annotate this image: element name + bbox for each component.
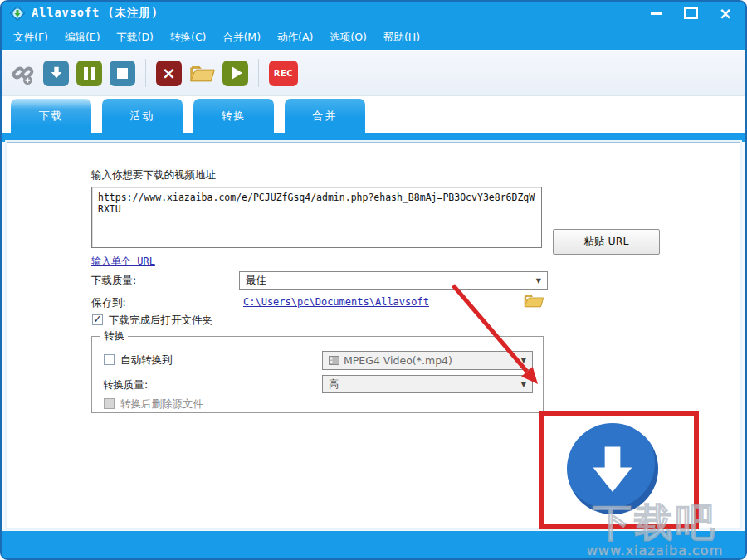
start-download-button[interactable] <box>43 61 69 86</box>
chevron-down-icon: ▼ <box>536 277 541 285</box>
download-icon <box>49 66 64 80</box>
toolbar: × REC <box>2 50 745 96</box>
window-title: Allavsoft (未注册) <box>32 6 159 21</box>
add-link-icon <box>10 60 36 86</box>
titlebar: Allavsoft (未注册) × <box>2 2 745 25</box>
play-icon <box>232 66 242 80</box>
convert-quality-label: 转换质量: <box>103 378 148 392</box>
tab-convert[interactable]: 转换 <box>193 99 274 134</box>
maximize-button[interactable] <box>682 5 699 22</box>
download-quality-label: 下载质量: <box>91 274 136 288</box>
auto-convert-label: 自动转换到 <box>120 353 173 368</box>
convert-group-title: 转换 <box>100 329 128 343</box>
tab-bar: 下载 活动 转换 合并 <box>2 95 745 134</box>
menu-merge[interactable]: 合并(M) <box>222 31 261 45</box>
tab-merge[interactable]: 合并 <box>285 99 365 134</box>
pause-icon <box>84 67 95 80</box>
allavsoft-window: Allavsoft (未注册) × 文件(F) 编辑(E) 下载(D) 转换(C… <box>0 0 747 560</box>
folder-icon <box>523 292 544 309</box>
stop-icon <box>117 68 128 79</box>
save-path-link[interactable]: C:\Users\pc\Documents\Allavsoft <box>243 296 429 308</box>
close-button[interactable]: × <box>717 5 734 22</box>
delete-source-checkbox[interactable] <box>104 398 115 409</box>
toolbar-separator <box>258 59 259 87</box>
window-controls: × <box>647 5 734 22</box>
menu-help[interactable]: 帮助(H) <box>383 31 420 45</box>
close-icon: × <box>719 6 732 21</box>
play-button[interactable] <box>222 61 248 86</box>
open-folder-label: 下载完成后打开文件夹 <box>109 314 212 328</box>
record-icon: REC <box>274 69 293 78</box>
menu-convert[interactable]: 转换(C) <box>170 31 206 45</box>
url-input[interactable]: https://www.xiazaiba.com/e/PCJUZfGsq4/ad… <box>91 187 542 248</box>
paste-url-button[interactable]: 粘贴 URL <box>553 229 660 255</box>
convert-quality-value: 高 <box>329 377 339 392</box>
app-logo-icon <box>10 6 25 21</box>
delete-source-label: 转换后删除源文件 <box>120 397 203 411</box>
toolbar-separator <box>145 59 146 87</box>
download-arrow-icon <box>580 436 645 501</box>
video-format-icon <box>329 356 339 365</box>
minimize-icon <box>651 12 662 15</box>
download-panel: 输入你想要下载的视频地址 https://www.xiazaiba.com/e/… <box>7 142 740 528</box>
menu-edit[interactable]: 编辑(E) <box>65 31 100 45</box>
menubar: 文件(F) 编辑(E) 下载(D) 转换(C) 合并(M) 动作(A) 选项(O… <box>2 25 745 50</box>
tab-activity[interactable]: 活动 <box>102 99 183 134</box>
menu-download[interactable]: 下载(D) <box>117 31 154 45</box>
save-to-label: 保存到: <box>91 296 126 310</box>
stop-button[interactable] <box>110 61 135 86</box>
menu-file[interactable]: 文件(F) <box>13 31 48 45</box>
tab-underline-strip <box>2 133 745 142</box>
record-button[interactable]: REC <box>269 61 298 86</box>
footer-bar <box>2 531 745 558</box>
convert-quality-select[interactable]: 高 ▼ <box>322 375 533 393</box>
chevron-down-icon: ▼ <box>521 357 526 364</box>
remove-button[interactable]: × <box>156 61 182 86</box>
big-download-button[interactable] <box>567 423 658 514</box>
convert-format-value: MPEG4 Video(*.mp4) <box>344 354 452 367</box>
add-link-button[interactable] <box>10 61 36 86</box>
download-quality-select[interactable]: 最佳 ▼ <box>239 271 548 290</box>
browse-folder-button[interactable] <box>523 292 544 312</box>
minimize-button[interactable] <box>647 5 664 22</box>
menu-options[interactable]: 选项(O) <box>330 31 367 45</box>
convert-format-select[interactable]: MPEG4 Video(*.mp4) ▼ <box>322 351 533 370</box>
tab-download[interactable]: 下载 <box>11 99 91 134</box>
folder-icon <box>189 62 215 84</box>
chevron-down-icon: ▼ <box>521 381 526 388</box>
menu-action[interactable]: 动作(A) <box>277 31 313 45</box>
download-quality-value: 最佳 <box>246 274 266 288</box>
open-folder-checkbox[interactable] <box>92 314 103 325</box>
open-folder-button[interactable] <box>189 61 215 86</box>
pause-button[interactable] <box>76 61 102 86</box>
single-url-link[interactable]: 输入单个 URL <box>91 255 155 269</box>
auto-convert-checkbox[interactable] <box>104 354 115 365</box>
maximize-icon <box>684 7 698 19</box>
url-input-label: 输入你想要下载的视频地址 <box>91 168 216 183</box>
delete-icon: × <box>162 65 176 81</box>
